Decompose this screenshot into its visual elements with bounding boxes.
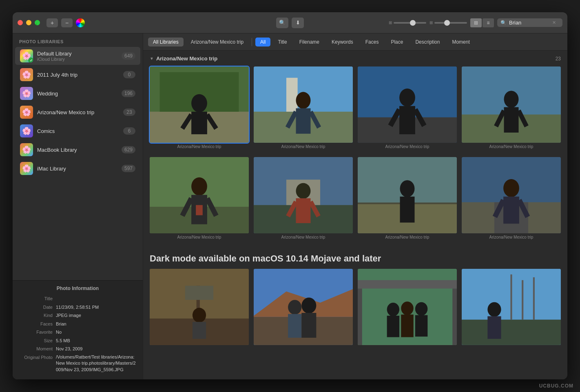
search-icon-btn[interactable]: 🔍 — [276, 18, 288, 28]
photo-item-10[interactable] — [254, 269, 353, 347]
photo-grid-row2: Arizona/New Mexico trip — [150, 157, 561, 239]
macbook-library-name: MacBook Library — [37, 147, 117, 153]
search-icon: 🔍 — [500, 20, 507, 26]
photo-thumb-1[interactable] — [150, 66, 249, 143]
photo-item-7[interactable]: Arizona/New Mexico trip — [358, 157, 457, 239]
default-library-info: Default Library iCloud Library — [37, 51, 117, 62]
filter-faces[interactable]: Faces — [361, 38, 384, 47]
macbook-library-info: MacBook Library — [37, 147, 117, 153]
svg-rect-66 — [358, 280, 457, 289]
zoom-slider[interactable]: ⊞ — [389, 20, 426, 25]
title-label: Title — [19, 295, 56, 302]
color-picker-button[interactable] — [76, 18, 85, 27]
photo-item-6[interactable]: Arizona/New Mexico trip — [254, 157, 353, 239]
photo-item-5[interactable]: Arizona/New Mexico trip — [150, 157, 249, 239]
svg-rect-81 — [487, 316, 501, 339]
titlebar-center-controls: 🔍 ⬇ — [276, 18, 304, 28]
svg-rect-79 — [462, 319, 561, 345]
filter-description[interactable]: Description — [410, 38, 445, 47]
info-row-size: Size 5.5 MB — [19, 337, 136, 344]
imac-library-icon: 🌸 — [20, 162, 33, 175]
search-box[interactable]: 🔍 Brian ✕ — [497, 18, 562, 27]
svg-point-3 — [191, 94, 207, 112]
filter-moment[interactable]: Moment — [447, 38, 474, 47]
trip-library-count: 0 — [123, 71, 135, 78]
checkmark-icon: ✓ — [28, 58, 33, 62]
sidebar-item-imac[interactable]: 🌸 iMac Library 597 — [15, 159, 140, 177]
section-count: 23 — [556, 56, 561, 62]
info-row-original: Original Photo /Volumes/Ratbert/Test lib… — [19, 354, 136, 373]
photo-item-8[interactable]: Arizona/New Mexico trip — [462, 157, 561, 239]
sidebar-item-wedding[interactable]: 🌸 Wedding 196 — [15, 84, 140, 102]
search-input[interactable]: Brian — [509, 20, 550, 26]
photo-thumb-7[interactable] — [358, 157, 457, 233]
photo-item-1[interactable]: Arizona/New Mexico trip — [150, 66, 249, 149]
filter-title[interactable]: Title — [273, 38, 292, 47]
photo-content[interactable]: ▼ Arizona/New Mexico trip 23 — [143, 51, 567, 379]
sidebar-item-2011-trip[interactable]: 🌸 2011 July 4th trip 0 — [15, 66, 140, 84]
photo-label-2: Arizona/New Mexico trip — [254, 144, 353, 149]
size-slider-track[interactable] — [434, 22, 467, 24]
filter-all[interactable]: All — [255, 38, 270, 47]
photo-thumb-6[interactable] — [254, 157, 353, 233]
photo-item-2[interactable]: Arizona/New Mexico trip — [254, 66, 353, 149]
title-value — [56, 295, 136, 302]
info-row-kind: Kind JPEG image — [19, 312, 136, 319]
search-clear-button[interactable]: ✕ — [552, 20, 556, 25]
date-value: 11/23/09, 2:58:51 PM — [56, 304, 136, 311]
grid-view-button[interactable]: ⊞ — [470, 18, 482, 27]
trip-library-info: 2011 July 4th trip — [37, 72, 119, 78]
path-value: /Volumes/Ratbert/Test libraries/Arizona:… — [56, 354, 136, 373]
faces-label: Faces — [19, 321, 56, 328]
filter-place[interactable]: Place — [386, 38, 408, 47]
svg-rect-57 — [193, 322, 206, 339]
add-button[interactable]: + — [46, 18, 58, 27]
comics-library-icon: 🌸 — [20, 124, 33, 137]
list-view-button[interactable]: ≡ — [483, 18, 494, 27]
photo-thumb-8[interactable] — [462, 157, 561, 233]
photo-item-4[interactable]: Arizona/New Mexico trip — [462, 66, 561, 149]
minimize-button[interactable] — [26, 20, 31, 25]
close-button[interactable] — [18, 20, 23, 25]
sidebar-item-macbook[interactable]: 🌸 MacBook Library 629 — [15, 141, 140, 159]
svg-rect-62 — [288, 314, 301, 338]
filter-filename[interactable]: Filename — [294, 38, 324, 47]
section-collapse-icon[interactable]: ▼ — [150, 56, 154, 61]
section-header: ▼ Arizona/New Mexico trip 23 — [150, 55, 561, 62]
wedding-library-icon: 🌸 — [20, 87, 33, 100]
slider-thumb[interactable] — [410, 20, 416, 26]
photo-thumb-9[interactable] — [150, 269, 249, 345]
sidebar-item-default-library[interactable]: 🌸 ✓ Default Library iCloud Library 649 — [15, 47, 140, 65]
sidebar-item-comics[interactable]: 🌸 Comics 6 — [15, 122, 140, 140]
photo-grid-row3 — [150, 269, 561, 347]
maximize-button[interactable]: ✓ — [35, 20, 40, 25]
svg-rect-23 — [504, 107, 519, 133]
svg-rect-32 — [196, 205, 203, 215]
photo-thumb-12[interactable] — [462, 269, 561, 345]
photo-item-12[interactable] — [462, 269, 561, 347]
photo-item-9[interactable] — [150, 269, 249, 347]
photo-thumb-4[interactable] — [462, 66, 561, 143]
kind-value: JPEG image — [56, 312, 136, 319]
content-area: All Libraries Arizona/New Mexico trip Al… — [143, 33, 567, 379]
photo-item-3[interactable]: Arizona/New Mexico trip — [358, 66, 457, 149]
photo-thumb-3[interactable] — [358, 66, 457, 143]
filter-keywords[interactable]: Keywords — [327, 38, 358, 47]
photo-thumb-2[interactable] — [254, 66, 353, 143]
photo-item-11[interactable] — [358, 269, 457, 347]
size-slider-thumb[interactable] — [444, 20, 450, 26]
titlebar: ✓ + − 🔍 ⬇ ⊞ ⊞ — [13, 12, 567, 33]
sidebar-item-arizona[interactable]: 🌸 Arizona/New Mexico trip 23 — [15, 103, 140, 121]
view-toggle: ⊞ ≡ — [470, 18, 494, 27]
svg-rect-68 — [452, 288, 457, 345]
photo-thumb-11[interactable] — [358, 269, 457, 345]
slider-track[interactable] — [394, 22, 426, 24]
photo-thumb-10[interactable] — [254, 269, 353, 345]
size-slider[interactable]: ⊞ — [429, 20, 467, 25]
imac-library-count: 597 — [122, 165, 135, 172]
photo-thumb-5[interactable] — [150, 157, 249, 233]
filter-arizona-trip[interactable]: Arizona/New Mexico trip — [186, 38, 248, 47]
minimize-toolbar-button[interactable]: − — [61, 18, 73, 27]
filter-all-libraries[interactable]: All Libraries — [148, 38, 184, 47]
import-button[interactable]: ⬇ — [292, 18, 304, 28]
